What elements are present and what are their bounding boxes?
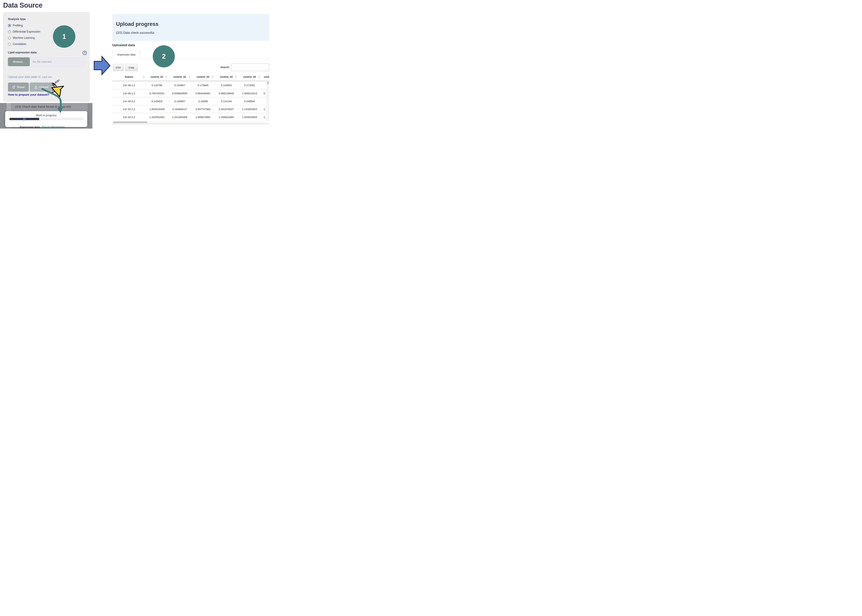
- sort-icon: [165, 75, 167, 79]
- column-header-label: control_02: [173, 75, 186, 78]
- column-header-control_04[interactable]: control_04: [215, 73, 238, 81]
- table-cell: 0.: [261, 90, 266, 97]
- table-cell: 2.637757562: [191, 105, 215, 113]
- reset-button[interactable]: Reset: [8, 83, 29, 92]
- table-cell: [261, 97, 266, 105]
- column-header-label: feature: [125, 75, 133, 78]
- analysis-type-options: ProfilingDifferential ExpressionMachine …: [8, 22, 53, 47]
- copy-button[interactable]: Copy: [125, 64, 138, 71]
- csv-button[interactable]: CSV: [113, 64, 124, 71]
- radio-icon[interactable]: [8, 36, 11, 39]
- upload-icon: [34, 85, 38, 89]
- table-cell: 0.894446481: [191, 90, 215, 97]
- column-header-label: cont: [264, 75, 269, 78]
- table-cell: 0.116796: [146, 81, 168, 89]
- table-cell: 0.163807: [168, 81, 191, 89]
- table-cell: 0.175945: [191, 81, 215, 89]
- column-header-label: control_05: [243, 75, 256, 78]
- upload-progress-box: [112, 14, 269, 41]
- column-header-label: control_01: [151, 75, 163, 78]
- column-header-control_05[interactable]: control_05: [238, 73, 261, 81]
- blue-right-arrow: [93, 55, 111, 75]
- table-cell: 1.634635684: [238, 113, 261, 121]
- radio-icon[interactable]: [8, 24, 11, 27]
- sort-icon: [143, 75, 145, 79]
- horizontal-scrollbar-thumb[interactable]: [113, 121, 148, 123]
- table-bottom-border: [112, 124, 269, 124]
- dimmed-tab-expression-data: Expression data: [20, 126, 40, 129]
- uploaded-data-heading: Uploaded data: [112, 43, 135, 47]
- radio-option-differential-expression[interactable]: Differential Expression: [8, 28, 53, 35]
- table-cell: 1.332552002: [146, 113, 168, 121]
- radio-label: Machine Learning: [13, 36, 35, 39]
- table-cell: 2.194659117: [168, 105, 191, 113]
- dimmed-tab-group-information: Group information: [42, 126, 64, 129]
- sort-icon: [212, 75, 214, 79]
- table-cell: 1.: [261, 113, 266, 121]
- reset-label: Reset: [17, 85, 25, 89]
- screenshot-stage: Data Source Analysis type ProfilingDiffe…: [0, 0, 270, 130]
- table-cell: 1.853015349: [146, 105, 168, 113]
- radio-icon[interactable]: [8, 30, 11, 33]
- table-cell: Cer 40:2;2: [112, 97, 146, 105]
- column-header-feature[interactable]: feature: [112, 73, 146, 81]
- column-header-label: control_03: [197, 75, 209, 78]
- column-header-cont[interactable]: cont: [261, 73, 269, 81]
- radio-icon[interactable]: [8, 43, 11, 46]
- page-title: Data Source: [3, 2, 42, 9]
- table-cell: Cer 42:2;2: [112, 113, 146, 121]
- radio-option-machine-learning[interactable]: Machine Learning: [8, 35, 53, 41]
- vertical-scrollbar-track: [266, 81, 269, 121]
- search-label: Search:: [204, 66, 230, 69]
- table-row[interactable]: Cer 42:2;21.3325520021.2514943081.946674…: [112, 113, 266, 121]
- upload-progress-title: Upload progress: [116, 21, 159, 27]
- table-cell: 0.172092: [238, 81, 261, 89]
- column-header-control_01[interactable]: control_01: [146, 73, 168, 81]
- table-cell: 0.156897: [168, 97, 191, 105]
- progress-percent: 40%: [23, 118, 26, 120]
- table-cell: 2.341878327: [215, 105, 238, 113]
- upload-progress-status: (2/2) Data check successful.: [116, 31, 155, 35]
- table-cell: Cer 38:1;2: [112, 81, 146, 89]
- analysis-type-label: Analysis type: [8, 17, 26, 21]
- table-row[interactable]: Cer 42:1;21.8530153492.1946591172.637757…: [112, 105, 266, 113]
- sort-icon: [235, 75, 237, 79]
- step-badge-2: 2: [153, 45, 175, 68]
- table-header-row: featurecontrol_01control_02control_03con…: [112, 73, 269, 81]
- table-cell: 2.143355453: [238, 105, 261, 113]
- search-input[interactable]: [231, 64, 269, 71]
- progress-bar: 40%: [9, 118, 84, 120]
- file-placeholder: No file selected: [30, 57, 85, 66]
- radio-option-profiling[interactable]: Profiling: [8, 22, 53, 28]
- lipid-expression-label: Lipid expression data:: [8, 51, 37, 54]
- table-cell: 1.251494308: [168, 113, 191, 121]
- table-cell: 0.144654: [215, 81, 238, 89]
- sort-icon: [258, 75, 260, 79]
- table-cell: 1.056511613: [238, 90, 261, 97]
- column-header-control_03[interactable]: control_03: [191, 73, 215, 81]
- vertical-scrollbar-thumb[interactable]: [267, 82, 269, 85]
- column-header-label: control_04: [220, 75, 233, 78]
- table-row[interactable]: Cer 38:1;20.1167960.1638070.1759450.1446…: [112, 81, 266, 89]
- table-row[interactable]: Cer 40:2;20.1494030.1568970.190980.13124…: [112, 97, 266, 105]
- radio-label: Profiling: [13, 24, 23, 27]
- help-icon[interactable]: ?: [83, 51, 87, 55]
- table-cell: 1.294831865: [215, 113, 238, 121]
- step-badge-1: 1: [53, 25, 76, 48]
- table-cell: 0.936609509: [168, 90, 191, 97]
- table-cell: 0.248504: [238, 97, 261, 105]
- table-cell: Cer 42:1;2: [112, 105, 146, 113]
- table-row[interactable]: Cer 40:1;20.7857832910.9366095090.894446…: [112, 89, 266, 97]
- table-cell: 1.: [261, 105, 266, 113]
- sort-icon: [189, 75, 190, 79]
- radio-option-correlation[interactable]: Correlation: [8, 41, 53, 47]
- column-header-control_02[interactable]: control_02: [168, 73, 191, 81]
- browse-button[interactable]: Browse...: [8, 57, 30, 66]
- table-cell: 0.131244: [215, 97, 238, 105]
- table-cell: 1.946674991: [191, 113, 215, 121]
- tab-expression-data[interactable]: Expression data: [112, 50, 140, 59]
- table-cell: Cer 40:1;2: [112, 90, 146, 97]
- radio-label: Correlation: [13, 42, 26, 46]
- reset-icon: [12, 85, 16, 89]
- upload-hint-link[interactable]: Upload your data table in .csv/.tsv: [8, 75, 52, 79]
